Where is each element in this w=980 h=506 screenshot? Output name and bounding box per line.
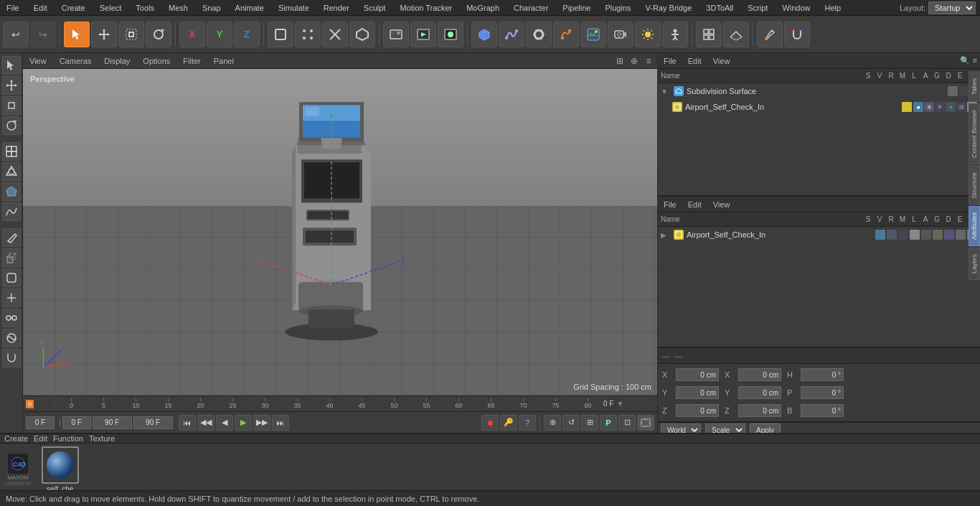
- render-button[interactable]: [438, 22, 463, 47]
- tool-scale-button[interactable]: ⊞: [581, 415, 598, 431]
- menu-mesh[interactable]: Mesh: [166, 2, 190, 14]
- menu-window[interactable]: Window: [780, 2, 812, 14]
- motion-capture-button[interactable]: ⊡: [618, 415, 636, 431]
- play-button[interactable]: ▶: [235, 415, 252, 431]
- coord-x-pos-field[interactable]: [676, 368, 719, 381]
- edge-tab-attributes[interactable]: Attributes: [969, 206, 980, 246]
- coord-z-pos-field[interactable]: [676, 404, 719, 417]
- coord-p-rot-field[interactable]: [801, 386, 844, 399]
- material-thumbnail[interactable]: [42, 446, 79, 484]
- nurbs-button[interactable]: [526, 22, 552, 47]
- menu-edit[interactable]: Edit: [32, 2, 50, 14]
- obj-search-icon[interactable]: 🔍: [960, 56, 970, 65]
- help-button[interactable]: ?: [519, 415, 536, 431]
- obj-tab-edit[interactable]: Edit: [685, 56, 705, 66]
- timeline-ruler[interactable]: 051015202530354045505560657075808590: [55, 398, 600, 411]
- sidebar-weld-icon[interactable]: [2, 309, 21, 327]
- object-mode-button[interactable]: [268, 22, 293, 47]
- coord-h-rot-field[interactable]: [801, 368, 844, 381]
- axis-z-button[interactable]: Z: [234, 22, 260, 47]
- menu-tools[interactable]: Tools: [133, 2, 156, 14]
- environment-button[interactable]: [580, 22, 606, 47]
- attr-tab-file[interactable]: File: [661, 200, 679, 210]
- menu-motion-tracker[interactable]: Motion Tracker: [397, 2, 454, 14]
- obj-row-subdivision[interactable]: ▼ Subdivision Surface ✓: [658, 83, 980, 99]
- redo-button[interactable]: ↪: [30, 22, 56, 47]
- obj-row-airport[interactable]: Airport_Self_Check_In ■ ▣ ⊕ ≡ ▤ ▸: [658, 99, 980, 115]
- viewport-tab-cameras[interactable]: Cameras: [56, 55, 95, 67]
- menu-pipeline[interactable]: Pipeline: [560, 2, 593, 14]
- next-step-button[interactable]: ▶▶: [253, 415, 270, 431]
- move-tool-button[interactable]: [91, 22, 117, 47]
- mat-tab-edit[interactable]: Edit: [34, 434, 47, 443]
- paint-button[interactable]: [757, 22, 783, 47]
- menu-plugins[interactable]: Plugins: [603, 2, 633, 14]
- attr-row-airport[interactable]: ▶ Airport_Self_Check_In: [658, 227, 980, 243]
- start-frame-field[interactable]: [62, 416, 91, 429]
- go-to-start-button[interactable]: ⏮: [179, 415, 196, 431]
- record-button[interactable]: ⏺: [481, 415, 499, 431]
- coord-z-size-field[interactable]: [738, 404, 781, 417]
- obj-tab-file[interactable]: File: [661, 56, 679, 66]
- menu-create[interactable]: Create: [60, 2, 88, 14]
- workplane-button[interactable]: [723, 22, 749, 47]
- viewport-move-icon[interactable]: ⊕: [628, 55, 640, 67]
- obj-tab-view[interactable]: View: [710, 56, 733, 66]
- viewport-settings-icon[interactable]: ≡: [643, 55, 654, 67]
- go-to-end-button[interactable]: ⏭: [272, 415, 289, 431]
- points-mode-button[interactable]: [295, 22, 321, 47]
- rotate-tool-button[interactable]: [146, 22, 171, 47]
- material-item[interactable]: self_che: [42, 446, 79, 493]
- sidebar-scale-icon[interactable]: [2, 96, 21, 115]
- menu-render[interactable]: Render: [321, 2, 352, 14]
- snap-button[interactable]: [696, 22, 722, 47]
- menu-snap[interactable]: Snap: [200, 2, 223, 14]
- edge-tab-content-browser[interactable]: Content Browser: [969, 103, 980, 164]
- cube-button[interactable]: [471, 22, 497, 47]
- timeline[interactable]: 0 051015202530354045505560657075808590 0…: [23, 395, 657, 411]
- sidebar-wireframe-icon[interactable]: [2, 162, 21, 181]
- sub-col-s[interactable]: [948, 86, 958, 96]
- menu-help[interactable]: Help: [823, 2, 844, 14]
- axis-x-button[interactable]: X: [179, 22, 205, 47]
- autokey-button[interactable]: 🔑: [500, 415, 517, 431]
- sidebar-spline-icon[interactable]: [2, 202, 21, 221]
- deform-button[interactable]: [553, 22, 579, 47]
- viewport-tab-panel[interactable]: Panel: [210, 55, 237, 67]
- attr-expand-icon[interactable]: ▶: [661, 231, 671, 239]
- coord-y-pos-field[interactable]: [676, 386, 719, 399]
- edges-mode-button[interactable]: [322, 22, 348, 47]
- camera-button[interactable]: [608, 22, 633, 47]
- menu-file[interactable]: File: [4, 2, 22, 14]
- obj-expand-icon[interactable]: ▼: [661, 88, 671, 95]
- sidebar-selection-icon[interactable]: [2, 56, 21, 75]
- scale-tool-button[interactable]: [118, 22, 144, 47]
- edge-tab-structure[interactable]: Structure: [969, 166, 980, 205]
- viewport-tab-display[interactable]: Display: [100, 55, 133, 67]
- menu-simulate[interactable]: Simulate: [276, 2, 311, 14]
- viewport-expand-icon[interactable]: ⊞: [614, 55, 626, 67]
- sidebar-rotate-icon[interactable]: [2, 116, 21, 135]
- mat-tab-texture[interactable]: Texture: [89, 434, 115, 443]
- sidebar-brush-icon[interactable]: [2, 329, 21, 347]
- viewport-tab-view[interactable]: View: [26, 55, 50, 67]
- layout-select[interactable]: Startup: [928, 1, 976, 14]
- apply-button[interactable]: Apply: [750, 423, 781, 433]
- coord-x-size-field[interactable]: [738, 368, 781, 381]
- character-button[interactable]: [662, 22, 688, 47]
- sidebar-move-icon[interactable]: [2, 76, 21, 95]
- prev-frame-button[interactable]: ◀◀: [197, 415, 215, 431]
- magnet-button[interactable]: [784, 22, 810, 47]
- end-frame-field[interactable]: [93, 416, 132, 429]
- menu-select[interactable]: Select: [98, 2, 124, 14]
- sidebar-magnet2-icon[interactable]: [2, 349, 21, 367]
- motion-clip-button[interactable]: P: [600, 415, 617, 431]
- axis-y-button[interactable]: Y: [207, 22, 232, 47]
- edge-tab-layers[interactable]: Layers: [969, 248, 980, 280]
- film-button[interactable]: [637, 415, 654, 431]
- scale-select[interactable]: Scale: [705, 423, 745, 433]
- coord-b-rot-field[interactable]: [801, 404, 844, 417]
- sidebar-loop-icon[interactable]: [2, 289, 21, 307]
- menu-character[interactable]: Character: [512, 2, 550, 14]
- sidebar-transform-icon[interactable]: [2, 142, 21, 161]
